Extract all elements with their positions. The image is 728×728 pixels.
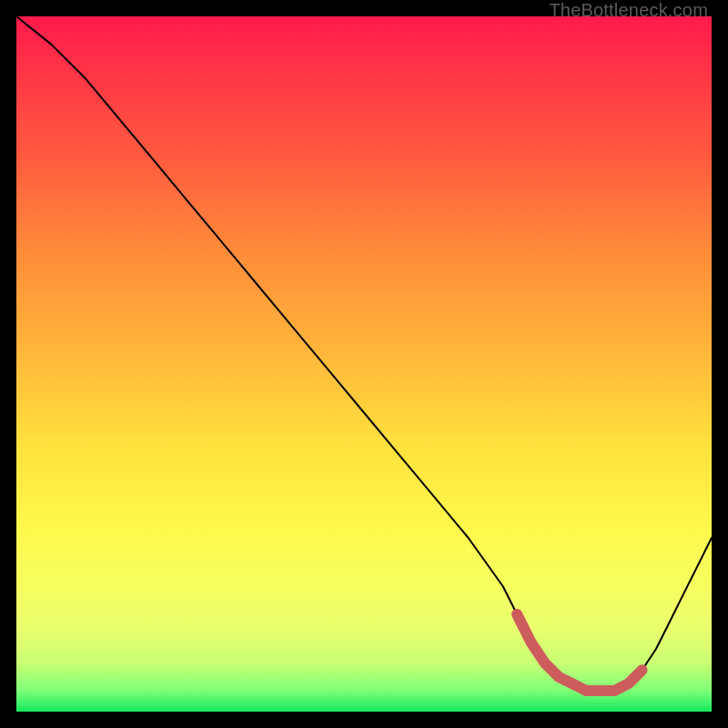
chart-frame: TheBottleneck.com <box>0 0 728 728</box>
curve-svg <box>16 16 712 712</box>
bottleneck-curve-highlight <box>517 614 642 691</box>
bottleneck-curve-line <box>16 16 712 691</box>
plot-area <box>16 16 712 712</box>
